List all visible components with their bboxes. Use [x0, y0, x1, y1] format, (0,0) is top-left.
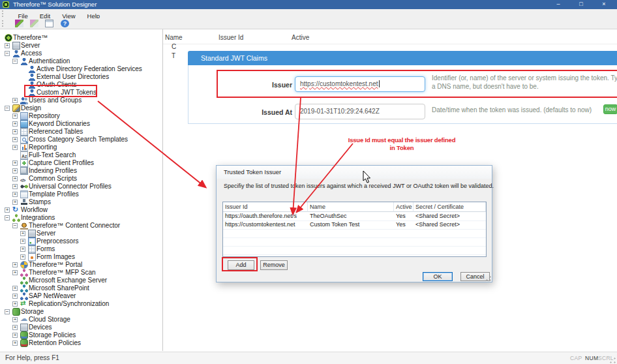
tree-item-oauth-clients[interactable]: OAuth Clients: [0, 81, 162, 89]
expand-icon[interactable]: +: [12, 184, 18, 189]
expand-icon[interactable]: +: [12, 129, 18, 134]
collapse-icon[interactable]: −: [5, 309, 10, 314]
tree-item-storage-policies[interactable]: +Storage Policies: [0, 331, 162, 339]
minimize-button[interactable]: –: [549, 0, 567, 9]
expand-icon[interactable]: +: [12, 176, 18, 181]
table-header-issuer-id[interactable]: Issuer Id: [223, 202, 308, 212]
help-icon[interactable]: ?: [61, 20, 69, 27]
expand-icon[interactable]: +: [12, 192, 18, 197]
tree-item-common-scripts[interactable]: +Common Scripts: [0, 175, 162, 183]
collapse-icon[interactable]: −: [12, 223, 18, 228]
table-cell[interactable]: https://customtokentest.net: [223, 220, 308, 229]
tree-item-therefore-portal[interactable]: +Therefore™ Portal: [0, 261, 162, 269]
tree-item-retention-policies[interactable]: +Retention Policies: [0, 339, 162, 347]
expand-icon[interactable]: +: [20, 231, 25, 236]
table-cell[interactable]: Yes: [394, 212, 414, 220]
expand-icon[interactable]: +: [12, 262, 18, 267]
tree-item-users-and-groups[interactable]: +Users and Groups: [0, 97, 162, 104]
expand-icon[interactable]: +: [12, 301, 18, 307]
tree-item-external-user-directories[interactable]: External User Directories: [0, 73, 162, 81]
now-button[interactable]: now: [603, 104, 617, 114]
collapse-icon[interactable]: −: [5, 51, 10, 56]
tree-item-therefore-content-connector[interactable]: −Therefore™ Content Connector: [0, 222, 162, 230]
expand-icon[interactable]: +: [5, 43, 10, 48]
collapse-icon[interactable]: −: [12, 59, 18, 64]
tree-item-therefore-mfp-scan[interactable]: +Therefore™ MFP Scan: [0, 269, 162, 277]
collapse-icon[interactable]: −: [5, 106, 10, 111]
table-cell[interactable]: Custom Token Test: [308, 220, 394, 229]
close-button[interactable]: ×: [595, 0, 613, 9]
tree-item-full-text-search[interactable]: Full-Text Search: [0, 151, 162, 159]
table-header-secret-certificate[interactable]: Secret / Certificate: [414, 202, 486, 212]
list-row-partial[interactable]: C: [172, 43, 176, 50]
tree-item-reporting[interactable]: +Reporting: [0, 144, 162, 151]
expand-icon[interactable]: +: [5, 207, 10, 213]
expand-icon[interactable]: +: [12, 270, 18, 275]
tree-item-capture-client-profiles[interactable]: +Capture Client Profiles: [0, 159, 162, 167]
table-cell[interactable]: <Shared Secret>: [414, 220, 486, 229]
expand-icon[interactable]: +: [20, 239, 25, 244]
tree-item-therefore[interactable]: Therefore™: [0, 34, 162, 42]
list-column-name[interactable]: Name: [165, 34, 183, 41]
tree-item-integrations[interactable]: −Integrations: [0, 214, 162, 222]
add-button[interactable]: Add: [228, 260, 254, 270]
issued-at-input[interactable]: 2019-01-31T10:29:24.642Z: [295, 104, 425, 119]
tree-item-authentication[interactable]: −Authentication: [0, 57, 162, 65]
expand-icon[interactable]: +: [12, 168, 18, 174]
tree-item-repository[interactable]: +Repository: [0, 112, 162, 120]
tree-item-forms[interactable]: +Forms: [0, 245, 162, 253]
list-column-active[interactable]: Active: [292, 34, 309, 41]
ok-button[interactable]: OK: [423, 272, 453, 281]
tree-item-universal-connector-profiles[interactable]: +Universal Connector Profiles: [0, 183, 162, 190]
design-solution-disabled-icon[interactable]: [30, 20, 38, 27]
tree-item-indexing-profiles[interactable]: +Indexing Profiles: [0, 167, 162, 175]
table-header-active[interactable]: Active: [394, 202, 414, 212]
expand-icon[interactable]: +: [12, 137, 18, 142]
tree-item-replication-synchronization[interactable]: +Replication/Synchronization: [0, 300, 162, 308]
expand-icon[interactable]: +: [12, 114, 18, 119]
expand-icon[interactable]: +: [12, 317, 18, 322]
remove-button[interactable]: Remove: [260, 260, 288, 270]
issuer-input[interactable]: https://customtokentest.net: [295, 76, 425, 92]
tree-item-microsoft-sharepoint[interactable]: +Microsoft SharePoint: [0, 284, 162, 292]
tree-item-template-profiles[interactable]: +Template Profiles: [0, 190, 162, 198]
tree-item-form-images[interactable]: +Form Images: [0, 253, 162, 261]
collapse-icon[interactable]: −: [5, 215, 10, 220]
tree-item-keyword-dictionaries[interactable]: +Keyword Dictionaries: [0, 120, 162, 128]
expand-icon[interactable]: +: [12, 341, 18, 346]
list-column-issuer-id[interactable]: Issuer Id: [218, 34, 243, 41]
maximize-button[interactable]: □: [572, 0, 590, 9]
expand-icon[interactable]: +: [12, 160, 18, 166]
expand-icon[interactable]: +: [12, 200, 18, 205]
expand-icon[interactable]: +: [12, 98, 18, 103]
tree-item-devices[interactable]: +Devices: [0, 324, 162, 331]
table-cell[interactable]: https://oauth.therefore.net/s: [223, 212, 308, 220]
tree-item-server[interactable]: +Server: [0, 230, 162, 237]
table-cell[interactable]: <Shared Secret>: [414, 212, 486, 220]
tree-item-active-directory-federation-services[interactable]: Active Directory Federation Services: [0, 65, 162, 73]
expand-icon[interactable]: +: [12, 121, 18, 127]
design-solution-icon[interactable]: [15, 20, 23, 27]
tree-item-referenced-tables[interactable]: +Referenced Tables: [0, 128, 162, 136]
table-header-name[interactable]: Name: [308, 202, 394, 212]
expand-icon[interactable]: +: [12, 145, 18, 150]
tree-item-stamps[interactable]: +Stamps: [0, 198, 162, 206]
tree-item-custom-jwt-tokens[interactable]: Custom JWT Tokens: [0, 89, 162, 97]
list-row-partial[interactable]: T: [172, 52, 175, 59]
dialog-title-bar[interactable]: Trusted Token Issuer: [217, 166, 492, 179]
expand-icon[interactable]: +: [20, 247, 25, 252]
expand-icon[interactable]: +: [20, 254, 25, 260]
tree-item-workflow[interactable]: +Workflow: [0, 206, 162, 214]
tree-item-access[interactable]: −Access: [0, 50, 162, 57]
tree-item-server[interactable]: +Server: [0, 42, 162, 50]
tree-item-preprocessors[interactable]: +Preprocessors: [0, 237, 162, 245]
tree-item-cross-category-search-templates[interactable]: +Cross Category Search Templates: [0, 136, 162, 144]
tree-item-design[interactable]: −Design: [0, 104, 162, 112]
dialog-resize-grip[interactable]: [486, 276, 491, 281]
expand-icon[interactable]: +: [12, 286, 18, 291]
expand-icon[interactable]: +: [12, 333, 18, 338]
tree-item-cloud-storage[interactable]: +Cloud Storage: [0, 316, 162, 324]
expand-icon[interactable]: +: [12, 294, 18, 299]
table-cell[interactable]: TheOAuthSec: [308, 212, 394, 220]
viewer-window-icon[interactable]: [45, 20, 53, 27]
